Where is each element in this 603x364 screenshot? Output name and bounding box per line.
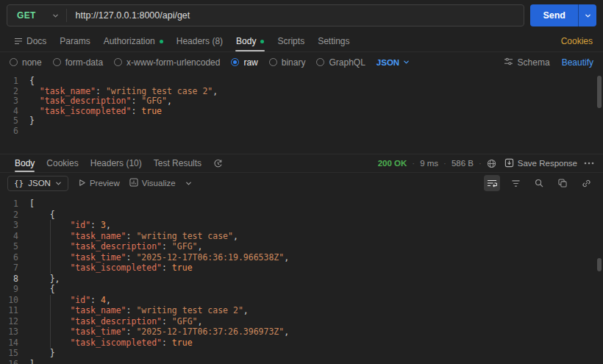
line-number: 11 [0, 305, 29, 316]
response-tab-test-results[interactable]: Test Results [148, 154, 207, 172]
code-line: 9{ [0, 284, 603, 295]
chevron-down-icon[interactable] [185, 180, 192, 187]
request-bar: GET http://127.0.0.1:8000/api/get Send [0, 0, 603, 31]
tab-headers-8[interactable]: Headers (8) [170, 31, 229, 51]
line-number: 5 [0, 116, 29, 126]
send-button[interactable]: Send [530, 4, 578, 26]
line-number: 2 [0, 87, 29, 97]
line-number: 9 [0, 284, 29, 295]
request-code: 1{2"task_name": "writing test case 2",3"… [0, 76, 603, 136]
response-tab-body[interactable]: Body [9, 154, 40, 172]
copy-icon[interactable] [554, 175, 571, 191]
tab-scripts[interactable]: Scripts [271, 31, 311, 51]
code-line: 6"task_time": "2025-12-17T06:36:19.96653… [0, 252, 603, 263]
scrollbar-thumb[interactable] [597, 258, 602, 271]
radio-icon [269, 58, 277, 66]
line-number: 14 [0, 338, 29, 349]
tab-label: Headers (8) [176, 36, 223, 46]
response-format-select[interactable]: {} JSON [7, 176, 68, 191]
history-icon[interactable] [213, 159, 223, 168]
request-body-editor[interactable]: 1{2"task_name": "writing test case 2",3"… [0, 72, 603, 154]
tab-label: Headers (10) [90, 158, 142, 168]
network-globe-icon[interactable] [487, 159, 496, 168]
response-header: BodyCookiesHeaders (10)Test Results 200 … [0, 154, 603, 173]
line-number: 3 [0, 220, 29, 231]
chevron-down-icon [55, 180, 62, 187]
tab-params[interactable]: Params [53, 31, 96, 51]
cookies-link[interactable]: Cookies [561, 36, 596, 46]
code-line: 5"task_description": "GFG", [0, 241, 603, 252]
tab-docs[interactable]: Docs [7, 31, 53, 51]
tab-authorization[interactable]: Authorization [97, 31, 170, 51]
radio-label: none [22, 57, 42, 68]
response-tab-cookies[interactable]: Cookies [40, 154, 84, 172]
line-number: 12 [0, 316, 29, 327]
line-number: 6 [0, 252, 29, 263]
body-type-none[interactable]: none [10, 57, 42, 68]
tab-label: Authorization [104, 36, 155, 46]
response-meta: 200 OK 9 ms 586 B Save Response [378, 158, 594, 169]
body-type-graphql[interactable]: GraphQL [316, 57, 365, 68]
search-icon[interactable] [531, 175, 547, 191]
tab-settings[interactable]: Settings [311, 31, 356, 51]
tab-label: Body [236, 36, 256, 46]
response-time: 9 ms [420, 159, 438, 168]
tab-body[interactable]: Body [229, 31, 271, 51]
save-response-button[interactable]: Save Response [504, 158, 577, 169]
code-line: 3"task_description": "GFG", [0, 96, 603, 107]
filter-icon[interactable] [507, 175, 524, 191]
radio-icon [316, 58, 324, 66]
line-number: 3 [0, 96, 29, 107]
save-response-label: Save Response [518, 159, 577, 168]
body-type-x-www-form-urlencoded[interactable]: x-www-form-urlencoded [114, 57, 220, 68]
language-select[interactable]: JSON [377, 58, 410, 67]
method-select[interactable]: GET [7, 5, 66, 26]
code-line: 1[ [0, 199, 603, 210]
code-line: 16] [0, 359, 603, 364]
wrap-text-icon[interactable] [484, 175, 500, 191]
body-type-options: noneform-datax-www-form-urlencodedrawbin… [10, 57, 365, 68]
tab-label: Docs [26, 36, 46, 46]
url-input[interactable]: http://127.0.0.1:8000/api/get [67, 5, 524, 26]
beautify-button[interactable]: Beautify [562, 57, 593, 68]
save-icon [504, 158, 514, 169]
line-number: 4 [0, 107, 29, 117]
separator-dot [479, 159, 482, 168]
docs-list-icon [14, 38, 23, 45]
visualize-button[interactable]: Visualize [129, 178, 176, 188]
radio-label: raw [243, 57, 257, 68]
send-options-button[interactable] [578, 4, 596, 26]
request-tabs-bar: DocsParamsAuthorizationHeaders (8)BodySc… [0, 31, 603, 52]
code-line: 4"task_iscompleted": true [0, 107, 603, 117]
tab-label: Settings [318, 36, 349, 46]
response-body-viewer[interactable]: 1[2{3"id": 3,4"task_name": "writing test… [0, 193, 603, 364]
send-split-button: Send [530, 4, 596, 26]
preview-button[interactable]: Preview [78, 179, 120, 188]
tab-label: Cookies [46, 158, 78, 168]
radio-icon [231, 58, 239, 66]
code-line: 14"task_iscompleted": true [0, 338, 603, 349]
radio-icon [10, 58, 18, 66]
response-tab-headers-10[interactable]: Headers (10) [85, 154, 148, 172]
response-size: 586 B [452, 159, 474, 168]
body-type-form-data[interactable]: form-data [53, 57, 103, 68]
body-type-raw[interactable]: raw [231, 57, 257, 68]
line-number: 1 [0, 199, 29, 210]
link-icon[interactable] [578, 175, 594, 191]
response-code: 1[2{3"id": 3,4"task_name": "writing test… [0, 199, 603, 364]
body-type-bar: noneform-datax-www-form-urlencodedrawbin… [0, 52, 603, 72]
preview-play-icon [78, 179, 86, 188]
chevron-down-icon [52, 13, 59, 19]
line-number: 4 [0, 231, 29, 242]
more-options-icon[interactable] [584, 162, 594, 165]
line-number: 10 [0, 295, 29, 306]
tab-label: Scripts [277, 36, 304, 46]
scrollbar-thumb[interactable] [597, 76, 602, 108]
line-number: 7 [0, 263, 29, 274]
schema-button[interactable]: Schema [504, 57, 550, 68]
schema-icon [504, 57, 513, 68]
body-type-binary[interactable]: binary [269, 57, 306, 68]
language-label: JSON [377, 58, 399, 67]
line-number: 16 [0, 359, 29, 364]
radio-label: form-data [65, 57, 103, 68]
